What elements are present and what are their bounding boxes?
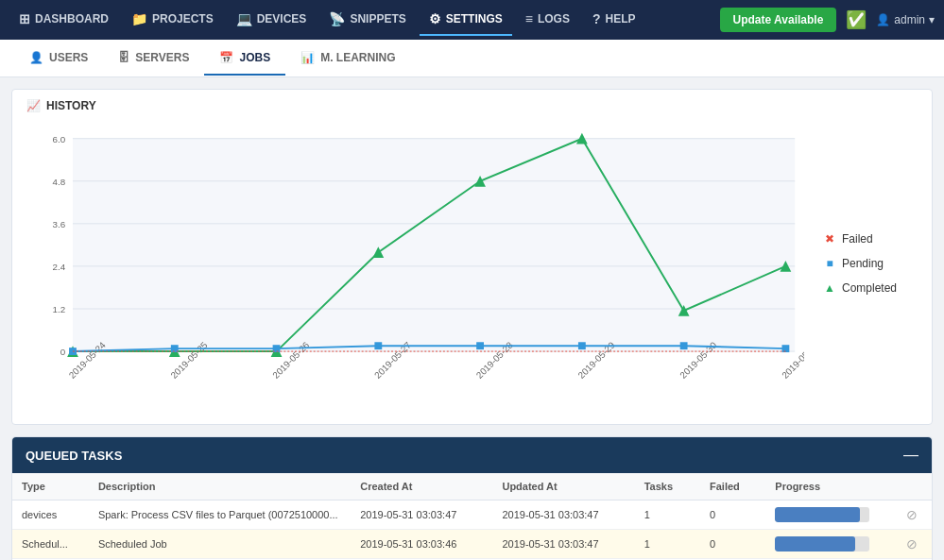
- svg-rect-33: [476, 342, 484, 349]
- col-header-created: Created At: [351, 473, 492, 501]
- col-header-failed: Failed: [700, 473, 765, 501]
- cancel-icon[interactable]: ⊘: [906, 507, 918, 522]
- minimize-icon[interactable]: —: [903, 447, 918, 464]
- legend-label-pending: Pending: [842, 257, 884, 270]
- col-header-updated: Updated At: [492, 473, 634, 501]
- svg-text:1.2: 1.2: [53, 304, 66, 314]
- update-button[interactable]: Update Available: [720, 8, 837, 32]
- check-icon[interactable]: ✅: [846, 9, 867, 30]
- col-header-desc: Description: [89, 473, 351, 501]
- projects-icon: 📁: [131, 11, 147, 26]
- nav-item-projects[interactable]: 📁 PROJECTS: [122, 4, 223, 36]
- tasks-table: Type Description Created At Updated At T…: [12, 473, 932, 560]
- nav-item-dashboard[interactable]: ⊞ DASHBOARD: [9, 4, 118, 36]
- chart-svg-container: 6.0 4.8 3.6 2.4 1.2 0 2019-05-24 2019-05…: [26, 122, 804, 405]
- col-header-progress: Progress: [765, 473, 897, 501]
- sub-nav-label-mlearning: M. LEARNING: [320, 51, 395, 64]
- svg-text:6.0: 6.0: [53, 134, 66, 144]
- legend-item-pending: ■ Pending: [823, 257, 918, 270]
- svg-text:0: 0: [60, 347, 66, 357]
- svg-rect-35: [680, 342, 688, 349]
- nav-item-devices[interactable]: 💻 DEVICES: [227, 4, 317, 36]
- svg-text:2.4: 2.4: [53, 262, 66, 272]
- logs-icon: ≡: [525, 11, 533, 26]
- nav-label-help: HELP: [606, 12, 636, 25]
- sub-nav-item-servers[interactable]: 🗄 SERVERS: [103, 42, 204, 76]
- nav-item-help[interactable]: ? HELP: [583, 4, 645, 36]
- nav-items: ⊞ DASHBOARD 📁 PROJECTS 💻 DEVICES 📡 SNIPP…: [9, 4, 720, 36]
- failed-icon: ✖: [823, 232, 836, 246]
- dashboard-icon: ⊞: [19, 11, 30, 26]
- cell-desc: Scheduled Job: [89, 530, 351, 559]
- sub-nav-item-users[interactable]: 👤 USERS: [14, 42, 103, 76]
- sub-nav-label-servers: SERVERS: [135, 51, 189, 64]
- nav-label-snippets: SNIPPETS: [350, 12, 405, 25]
- legend-label-completed: Completed: [842, 281, 897, 295]
- cell-action: ⊘: [897, 530, 932, 559]
- chart-legend: ✖ Failed ■ Pending ▲ Completed: [814, 122, 918, 405]
- progress-bar-fill: [775, 507, 860, 522]
- cell-tasks: 1: [635, 530, 700, 559]
- nav-label-projects: PROJECTS: [152, 12, 214, 25]
- pending-icon: ■: [823, 257, 836, 270]
- top-nav: ⊞ DASHBOARD 📁 PROJECTS 💻 DEVICES 📡 SNIPP…: [0, 0, 944, 40]
- mlearning-icon: 📊: [300, 51, 315, 64]
- cell-progress: [765, 501, 897, 530]
- cell-created: 2019-05-31 03:03:46: [351, 530, 492, 559]
- sub-nav-item-mlearning[interactable]: 📊 M. LEARNING: [285, 42, 410, 76]
- chart-title: 📈 HISTORY: [26, 99, 918, 112]
- svg-rect-34: [578, 342, 586, 349]
- svg-text:4.8: 4.8: [53, 177, 66, 187]
- nav-label-dashboard: DASHBOARD: [35, 12, 109, 25]
- col-header-type: Type: [12, 473, 89, 501]
- tasks-header: QUEUED TASKS —: [12, 437, 932, 473]
- main-content: 📈 HISTORY 6.0 4.8 3.6: [0, 77, 944, 560]
- tasks-section: QUEUED TASKS — Type Description Created …: [11, 436, 933, 560]
- cell-failed: 0: [700, 501, 765, 530]
- chevron-down-icon: ▾: [929, 13, 935, 26]
- cancel-icon[interactable]: ⊘: [906, 536, 918, 552]
- cell-failed: 0: [700, 530, 765, 559]
- admin-section[interactable]: 👤 admin ▾: [876, 13, 935, 26]
- svg-rect-32: [374, 342, 382, 349]
- nav-item-settings[interactable]: ⚙ SETTINGS: [420, 4, 512, 36]
- users-icon: 👤: [29, 51, 43, 64]
- svg-rect-0: [73, 139, 795, 351]
- sub-nav-label-jobs: JOBS: [239, 51, 270, 64]
- cell-created: 2019-05-31 03:03:47: [351, 501, 492, 530]
- sub-nav-item-jobs[interactable]: 📅 JOBS: [204, 42, 285, 76]
- cell-updated: 2019-05-31 03:03:47: [492, 501, 634, 530]
- cell-tasks: 1: [635, 501, 700, 530]
- nav-item-logs[interactable]: ≡ LOGS: [516, 4, 579, 36]
- progress-bar-container: [775, 507, 869, 522]
- col-header-action: [897, 473, 932, 501]
- servers-icon: 🗄: [118, 51, 129, 64]
- col-header-tasks: Tasks: [635, 473, 700, 501]
- chart-title-icon: 📈: [26, 99, 41, 112]
- admin-label: admin: [894, 13, 925, 26]
- table-row: devices Spark: Process CSV files to Parq…: [12, 501, 932, 530]
- chart-title-text: HISTORY: [46, 99, 96, 112]
- nav-item-snippets[interactable]: 📡 SNIPPETS: [319, 4, 415, 36]
- nav-label-devices: DEVICES: [257, 12, 307, 25]
- sub-nav: 👤 USERS 🗄 SERVERS 📅 JOBS 📊 M. LEARNING: [0, 40, 944, 77]
- legend-label-failed: Failed: [842, 232, 873, 246]
- table-row: Schedul... Scheduled Job 2019-05-31 03:0…: [12, 530, 932, 559]
- right-section: Update Available ✅ 👤 admin ▾: [720, 8, 935, 32]
- cell-action: ⊘: [897, 501, 932, 530]
- chart-area: 6.0 4.8 3.6 2.4 1.2 0 2019-05-24 2019-05…: [26, 122, 918, 405]
- cell-type: Schedul...: [12, 530, 89, 559]
- nav-label-logs: LOGS: [538, 12, 570, 25]
- cell-progress: [765, 530, 897, 559]
- nav-label-settings: SETTINGS: [446, 12, 503, 25]
- cell-desc: Spark: Process CSV files to Parquet (007…: [89, 501, 351, 530]
- chart-svg: 6.0 4.8 3.6 2.4 1.2 0 2019-05-24 2019-05…: [26, 122, 804, 405]
- admin-avatar-icon: 👤: [876, 13, 890, 26]
- svg-text:3.6: 3.6: [53, 219, 66, 229]
- settings-icon: ⚙: [429, 11, 441, 26]
- snippets-icon: 📡: [329, 11, 345, 26]
- chart-section: 📈 HISTORY 6.0 4.8 3.6: [11, 89, 933, 425]
- legend-item-completed: ▲ Completed: [823, 281, 918, 295]
- cell-updated: 2019-05-31 03:03:47: [492, 530, 634, 559]
- progress-bar-container: [775, 536, 869, 552]
